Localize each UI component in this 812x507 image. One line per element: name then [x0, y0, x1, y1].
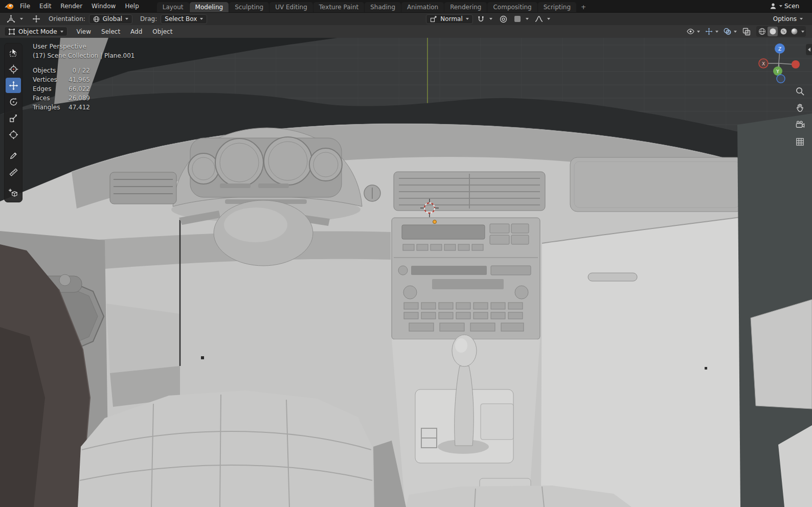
- drag-dropdown[interactable]: Select Box: [161, 14, 207, 24]
- falloff-curve-icon[interactable]: [533, 14, 545, 24]
- orientation-dropdown[interactable]: Global: [89, 14, 132, 24]
- snap-to-icon: [430, 15, 437, 22]
- mode-selector[interactable]: Object Mode: [4, 27, 67, 36]
- add-workspace-button[interactable]: +: [577, 2, 590, 12]
- visibility-icon[interactable]: [685, 27, 695, 36]
- workspace-tab-texture-paint[interactable]: Texture Paint: [313, 2, 364, 12]
- menu-object[interactable]: Object: [148, 25, 176, 38]
- shading-wireframe-icon[interactable]: [757, 27, 767, 36]
- options-dropdown[interactable]: Options: [769, 14, 807, 24]
- gizmo-z-label: Z: [778, 47, 781, 52]
- dropdown-caret-icon[interactable]: [489, 18, 492, 20]
- dropdown-caret-icon[interactable]: [697, 31, 700, 33]
- viewport-header-right: [685, 26, 808, 37]
- select-box-tool[interactable]: [6, 45, 21, 60]
- stat-value: 47,412: [62, 103, 90, 112]
- viewport-3d: User Perspective (17) Scene Collection |…: [0, 38, 812, 507]
- scene-selector[interactable]: Scen: [769, 2, 812, 10]
- tool-settings-bar: Orientation: Global Drag: Select Box Nor…: [0, 12, 812, 25]
- menu-add[interactable]: Add: [126, 25, 146, 38]
- menu-render[interactable]: Render: [56, 0, 87, 12]
- viewport-overlay-text: User Perspective (17) Scene Collection |…: [33, 42, 135, 112]
- drag-value: Select Box: [165, 15, 197, 22]
- stat-label: Objects: [33, 66, 62, 75]
- globe-icon: [93, 16, 100, 22]
- workspace-tab-compositing[interactable]: Compositing: [487, 2, 537, 12]
- dropdown-caret-icon[interactable]: [526, 18, 529, 20]
- navigation-gizmo[interactable]: Z X Y: [751, 39, 808, 88]
- ortho-grid-icon[interactable]: [794, 135, 806, 148]
- user-icon: [769, 2, 777, 10]
- blender-logo-icon[interactable]: [3, 2, 15, 11]
- workspace-tab-rendering[interactable]: Rendering: [444, 2, 487, 12]
- xray-icon[interactable]: [741, 27, 752, 36]
- scene-statistics: Objects0 / 22 Vertices41,965 Edges66,022…: [33, 66, 135, 112]
- drag-label: Drag:: [140, 15, 157, 22]
- stat-value: 26,089: [62, 94, 90, 103]
- sidebar-toggle-icon[interactable]: [806, 44, 812, 55]
- menu-help[interactable]: Help: [120, 0, 143, 12]
- gizmo-x-label: X: [762, 61, 765, 66]
- dropdown-caret-icon[interactable]: [801, 31, 804, 33]
- workspace-tab-uv-editing[interactable]: UV Editing: [269, 2, 313, 12]
- scale-tool[interactable]: [6, 110, 21, 126]
- pan-icon[interactable]: [794, 102, 806, 114]
- top-menubar: File Edit Render Window Help Layout Mode…: [0, 0, 812, 12]
- snapping-group: Normal: [426, 14, 550, 24]
- active-tool-icon[interactable]: [5, 14, 16, 24]
- shading-solid-icon[interactable]: [768, 27, 778, 36]
- object-mode-icon: [8, 28, 15, 35]
- move-gizmo-icon[interactable]: [31, 14, 42, 24]
- workspace-tab-scripting[interactable]: Scripting: [538, 2, 576, 12]
- object-origin-dot: [433, 220, 437, 224]
- options-label: Options: [773, 15, 797, 22]
- workspace-tab-sculpting[interactable]: Sculpting: [229, 2, 269, 12]
- view-name: User Perspective: [33, 42, 135, 51]
- workspace-tab-animation[interactable]: Animation: [401, 2, 444, 12]
- dropdown-caret-icon[interactable]: [734, 31, 737, 33]
- menu-edit[interactable]: Edit: [35, 0, 56, 12]
- measure-tool[interactable]: [6, 164, 21, 179]
- dropdown-caret-icon[interactable]: [547, 18, 550, 20]
- snap-with-dropdown[interactable]: Normal: [426, 14, 472, 24]
- camera-view-icon[interactable]: [794, 119, 806, 131]
- menu-window[interactable]: Window: [87, 0, 120, 12]
- gizmo-y-label: Y: [776, 69, 779, 74]
- falloff-swatch-icon[interactable]: [512, 14, 523, 24]
- annotate-tool[interactable]: [6, 148, 21, 163]
- dropdown-caret-icon: [200, 18, 203, 20]
- rotate-tool[interactable]: [6, 94, 21, 109]
- stat-value: 41,965: [62, 75, 90, 84]
- stat-label: Faces: [33, 94, 62, 103]
- overlays-icon[interactable]: [722, 27, 732, 36]
- workspace-tabs: Layout Modeling Sculpting UV Editing Tex…: [157, 0, 769, 12]
- zoom-icon[interactable]: [794, 85, 806, 97]
- add-cube-tool[interactable]: [6, 185, 21, 200]
- gizmos-toggle-icon[interactable]: [704, 27, 714, 36]
- stat-label: Edges: [33, 84, 62, 94]
- gizmo-axis-z-neg[interactable]: [777, 75, 785, 83]
- shading-mode-group: [756, 26, 806, 37]
- stat-label: Triangles: [33, 103, 62, 112]
- dropdown-caret-icon: [60, 31, 63, 33]
- shading-rendered-icon[interactable]: [789, 27, 799, 36]
- menu-select[interactable]: Select: [97, 25, 124, 38]
- proportional-editing-icon[interactable]: [498, 14, 509, 24]
- dropdown-caret-icon: [779, 5, 782, 7]
- magnet-icon[interactable]: [476, 14, 487, 24]
- workspace-tab-shading[interactable]: Shading: [365, 2, 401, 12]
- cursor-tool[interactable]: [6, 61, 21, 77]
- dropdown-caret-icon[interactable]: [20, 18, 23, 20]
- workspace-tab-modeling[interactable]: Modeling: [190, 2, 229, 12]
- transform-tool[interactable]: [6, 127, 21, 142]
- shading-material-icon[interactable]: [778, 27, 788, 36]
- workspace-tab-layout[interactable]: Layout: [157, 2, 189, 12]
- gizmo-axis-x-pos[interactable]: [792, 60, 800, 68]
- dropdown-caret-icon[interactable]: [715, 31, 718, 33]
- tool-shelf: [4, 43, 22, 202]
- viewport-side-controls: [794, 85, 806, 148]
- menu-view[interactable]: View: [73, 25, 95, 38]
- move-tool[interactable]: [6, 78, 21, 93]
- dropdown-caret-icon: [800, 18, 803, 20]
- menu-file[interactable]: File: [15, 0, 35, 12]
